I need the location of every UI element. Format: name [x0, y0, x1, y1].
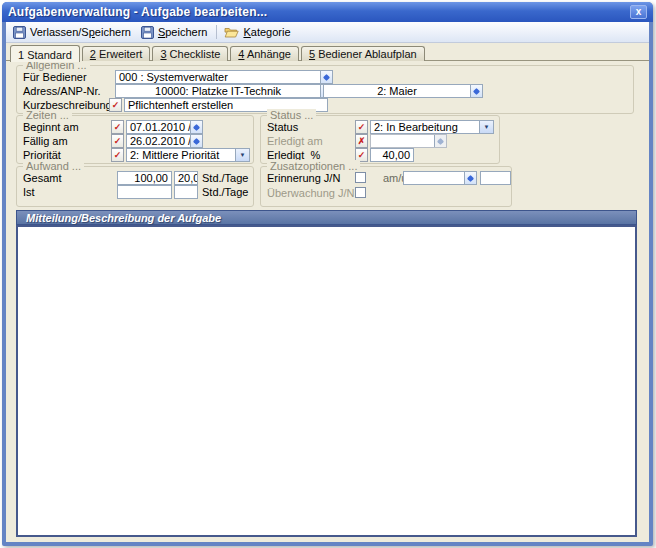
fuer-bediener-value: 000 : Systemverwalter	[116, 71, 332, 83]
erinnerung-time-input[interactable]	[480, 171, 511, 185]
gesamt-unit-label: Std./Tage	[202, 171, 248, 185]
contact-combo[interactable]: 2: Maier	[323, 84, 483, 98]
ueberwachung-checkbox[interactable]	[355, 187, 366, 198]
gesamt-label: Gesamt	[23, 171, 62, 185]
tab-bediener-ablaufplan[interactable]: 5 Bediener Ablaufplan	[301, 46, 425, 61]
app-window: Aufgabenverwaltung - Aufgabe bearbeiten.…	[2, 2, 653, 546]
check-icon: ✓	[358, 150, 366, 160]
group-zusatzoptionen: Zusatzoptionen ... Erinnerung J/N am/um …	[260, 166, 512, 207]
check-icon: ✓	[358, 122, 366, 132]
mitteilung-header: Mitteilung/Beschreibung der Aufgabe	[16, 210, 637, 225]
beginnt-am-input[interactable]: 07.01.2010 /Do	[126, 120, 203, 134]
erinnerung-label: Erinnerung J/N	[267, 171, 340, 185]
contact-value: 2: Maier	[324, 85, 482, 97]
tab-anhaenge[interactable]: 4 Anhänge	[230, 46, 299, 61]
save-exit-button[interactable]: Verlassen/Speichern	[9, 25, 137, 40]
check-icon: ✓	[114, 150, 122, 160]
save-label: Speichern	[158, 26, 208, 38]
clear-cross-button[interactable]: ✗	[355, 134, 368, 148]
lookup-icon[interactable]	[464, 172, 476, 184]
adress-label: Adress/ANP-Nr.	[23, 84, 101, 98]
edit-check-button[interactable]: ✓	[111, 134, 124, 148]
save-icon	[141, 26, 154, 39]
adress-combo[interactable]: 10000: Platzke IT-Technik	[115, 84, 333, 98]
chevron-down-icon[interactable]: ▼	[235, 149, 249, 161]
group-zeiten: Zeiten ... Beginnt am ✓ 07.01.2010 /Do F…	[16, 115, 254, 164]
ist-unit-label: Std./Tage	[202, 185, 248, 199]
toolbar: Verlassen/Speichern Speichern Kategorie	[6, 22, 649, 43]
mitteilung-textarea[interactable]	[16, 225, 637, 537]
tab-standard[interactable]: 1 Standard	[10, 45, 80, 62]
toolbar-separator	[216, 25, 217, 39]
folder-open-icon	[224, 26, 239, 38]
tab-page-standard: Allgemein ... Für Bediener 000 : Systemv…	[6, 61, 649, 542]
adress-value: 10000: Platzke IT-Technik	[116, 85, 332, 97]
lookup-icon	[434, 135, 446, 147]
edit-check-button[interactable]: ✓	[109, 98, 122, 112]
close-button[interactable]: x	[630, 5, 647, 19]
lookup-icon[interactable]	[190, 135, 202, 147]
ist-days-input[interactable]	[174, 185, 198, 199]
status-label: Status	[267, 120, 298, 134]
ist-hours-value	[118, 186, 171, 198]
window-body: Verlassen/Speichern Speichern Kategorie	[6, 22, 649, 542]
status-value: 2: In Bearbeitung	[371, 121, 493, 133]
desktop: Aufgabenverwaltung - Aufgabe bearbeiten.…	[0, 0, 656, 548]
faellig-am-input[interactable]: 26.02.2010 /Fr	[126, 134, 203, 148]
group-aufwand: Aufwand ... Gesamt 100,00 20,0 Std./Tage…	[16, 166, 254, 207]
gesamt-hours-input[interactable]: 100,00	[117, 171, 172, 185]
save-exit-label: Verlassen/Speichern	[30, 26, 131, 38]
titlebar[interactable]: Aufgabenverwaltung - Aufgabe bearbeiten.…	[2, 2, 653, 22]
erinnerung-checkbox[interactable]	[355, 172, 366, 183]
lookup-icon[interactable]	[470, 85, 482, 97]
prioritaet-value: 2: Mittlere Priorität	[127, 149, 249, 161]
check-icon: ✓	[112, 100, 120, 110]
beginnt-am-label: Beginnt am	[23, 120, 79, 134]
window-title: Aufgabenverwaltung - Aufgabe bearbeiten.…	[8, 5, 267, 19]
category-button[interactable]: Kategorie	[220, 25, 296, 39]
group-status: Status ... Status ✓ 2: In Bearbeitung ▼ …	[260, 115, 500, 164]
status-combo[interactable]: 2: In Bearbeitung ▼	[370, 120, 494, 134]
check-icon: ✓	[114, 122, 122, 132]
lookup-icon[interactable]	[190, 121, 202, 133]
ueberwachung-label: Überwachung J/N	[267, 186, 354, 200]
gesamt-days-value: 20,0	[175, 172, 197, 184]
erledigt-pct-value: 40,00	[371, 149, 413, 161]
erinnerung-date-input[interactable]	[403, 171, 477, 185]
erinnerung-time-value	[481, 172, 510, 184]
lookup-icon[interactable]	[320, 71, 332, 83]
edit-check-button[interactable]: ✓	[111, 120, 124, 134]
save-icon	[13, 26, 26, 39]
edit-check-button[interactable]: ✓	[111, 148, 124, 162]
erledigt-am-label: Erledigt am	[267, 134, 323, 148]
gesamt-hours-value: 100,00	[118, 172, 171, 184]
group-allgemein: Allgemein ... Für Bediener 000 : Systemv…	[16, 65, 634, 114]
tab-erweitert[interactable]: 2 Erweitert	[82, 46, 151, 61]
erledigt-am-input	[370, 134, 447, 148]
check-icon: ✓	[114, 136, 122, 146]
chevron-down-icon[interactable]: ▼	[479, 121, 493, 133]
category-label: Kategorie	[243, 26, 290, 38]
ist-label: Ist	[23, 185, 35, 199]
ist-hours-input[interactable]	[117, 185, 172, 199]
gesamt-days-input[interactable]: 20,0	[174, 171, 198, 185]
faellig-am-label: Fällig am	[23, 134, 68, 148]
mitteilung-title: Mitteilung/Beschreibung der Aufgabe	[26, 212, 221, 224]
fuer-bediener-label: Für Bediener	[23, 70, 87, 84]
edit-check-button[interactable]: ✓	[355, 120, 368, 134]
fuer-bediener-combo[interactable]: 000 : Systemverwalter	[115, 70, 333, 84]
ist-days-value	[175, 186, 197, 198]
tab-bar: 1 Standard 2 Erweitert 3 Checkliste 4 An…	[6, 43, 649, 61]
x-icon: ✗	[358, 136, 366, 146]
save-button[interactable]: Speichern	[137, 25, 214, 40]
tab-checkliste[interactable]: 3 Checkliste	[152, 46, 228, 61]
prioritaet-combo[interactable]: 2: Mittlere Priorität ▼	[126, 148, 250, 162]
erledigt-pct-input[interactable]: 40,00	[370, 148, 414, 162]
